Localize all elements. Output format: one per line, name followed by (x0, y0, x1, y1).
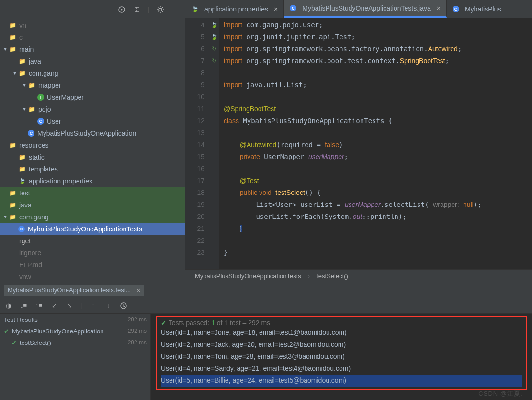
code-editor[interactable]: import com.gang.pojo.User; import org.ju… (219, 18, 532, 269)
tree-item-vnw[interactable]: vnw (0, 271, 185, 283)
run-toolbar: ◑ ↓≡ ↑≡ ⤢ ⤡ | ↑ ↓ (0, 297, 532, 314)
tab-application-properties[interactable]: 🍃application.properties× (185, 0, 284, 18)
gear-icon[interactable] (156, 5, 165, 14)
expand-arrow-icon[interactable]: ▼ (2, 46, 9, 52)
svg-point-2 (159, 8, 162, 11)
tree-item-com-gang[interactable]: ▼📁com.gang (0, 211, 185, 223)
output-line: User(id=4, name=Sandy, age=21, email=tes… (161, 363, 522, 375)
run-tab[interactable]: MybatisPlusStudyOneApplicationTests.test… (4, 285, 144, 296)
tree-label: MybatisPlusStudyOneApplication (37, 129, 136, 137)
main-area: | — 📁vn📁c▼📁main📁java▼📁com.gang▼📁mapperIU… (0, 0, 532, 283)
tab-mybatisplus[interactable]: CMybatisPlus (447, 0, 507, 18)
tree-item-c[interactable]: 📁c (0, 31, 185, 43)
tree-label: mapper (38, 81, 61, 89)
tree-item-usermapper[interactable]: IUserMapper (0, 91, 185, 103)
collapse-all-icon[interactable]: ⤡ (65, 301, 74, 310)
close-icon[interactable]: × (437, 4, 441, 12)
tree-item-itignore[interactable]: itignore (0, 247, 185, 259)
history-icon[interactable]: ◑ (4, 301, 12, 310)
tree-item-static[interactable]: 📁static (0, 151, 185, 163)
tree-item-pojo[interactable]: ▼📁pojo (0, 103, 185, 115)
tree-item-test[interactable]: 📁test (0, 187, 185, 199)
tree-label: UserMapper (47, 93, 84, 101)
tree-label: pojo (38, 105, 51, 113)
tree-item-mybatisplusstudyoneapplication[interactable]: CMybatisPlusStudyOneApplication (0, 127, 185, 139)
run-body: Test Results 292 ms ✓MybatisPlusStudyOne… (0, 314, 532, 400)
next-icon[interactable]: ↓ (104, 301, 113, 310)
check-icon: ✓ (11, 339, 17, 346)
breadcrumb[interactable]: MybatisPlusStudyOneApplicationTests › te… (185, 269, 532, 283)
collapse-icon[interactable] (133, 5, 141, 14)
project-tree[interactable]: 📁vn📁c▼📁main📁java▼📁com.gang▼📁mapperIUserM… (0, 19, 185, 283)
sidebar-toolbar: | — (0, 0, 185, 19)
tree-item-java[interactable]: 📁java (0, 199, 185, 211)
tree-item-vn[interactable]: 📁vn (0, 19, 185, 31)
expand-arrow-icon[interactable]: ▼ (21, 82, 28, 88)
editor-area: 🍃application.properties×CMybatisPlusStud… (185, 0, 532, 283)
expand-icon[interactable]: ⤢ (50, 301, 58, 310)
test-time: 292 ms (128, 316, 147, 323)
target-icon[interactable] (117, 5, 126, 14)
tree-item-rget[interactable]: rget (0, 235, 185, 247)
tree-label: User (47, 117, 61, 125)
tree-label: templates (29, 165, 58, 173)
tab-mybatisplusstudyoneapplicationtests-java[interactable]: CMybatisPlusStudyOneApplicationTests.jav… (284, 0, 447, 18)
tree-label: rget (19, 237, 31, 245)
run-tabs: MybatisPlusStudyOneApplicationTests.test… (0, 283, 532, 297)
close-icon[interactable]: × (274, 5, 278, 13)
tree-item-application-properties[interactable]: 🍃application.properties (0, 175, 185, 187)
minimize-icon[interactable]: — (171, 5, 180, 14)
output-line: User(id=5, name=Billie, age=24, email=te… (161, 375, 522, 387)
tree-label: static (29, 153, 45, 161)
tree-label: resources (19, 141, 48, 149)
console-output[interactable]: ✓ Tests passed: 1 of 1 test – 292 ms Use… (151, 314, 532, 400)
tree-label: com.gang (19, 213, 48, 221)
breadcrumb-class[interactable]: MybatisPlusStudyOneApplicationTests (195, 273, 301, 280)
check-icon: ✓ (161, 319, 167, 327)
sort-down-icon[interactable]: ↓≡ (19, 301, 28, 310)
breadcrumb-method[interactable]: testSelect() (317, 273, 348, 280)
test-time: 292 ms (128, 328, 147, 334)
expand-arrow-icon[interactable]: ▼ (11, 70, 18, 76)
close-icon[interactable]: × (136, 286, 140, 294)
app-root: | — 📁vn📁c▼📁main📁java▼📁com.gang▼📁mapperIU… (0, 0, 532, 400)
output-line: User(id=1, name=Jone, age=18, email=test… (161, 327, 522, 339)
tree-item-java[interactable]: 📁java (0, 55, 185, 67)
chevron-right-icon: › (308, 273, 310, 280)
test-suite-row[interactable]: ✓MybatisPlusStudyOneApplication 292 ms (0, 325, 150, 337)
prev-icon[interactable]: ↑ (89, 301, 97, 310)
test-results-header[interactable]: Test Results 292 ms (0, 314, 150, 325)
tree-item-resources[interactable]: 📁resources (0, 139, 185, 151)
editor-tabs: 🍃application.properties×CMybatisPlusStud… (185, 0, 532, 18)
watermark: CSDN @江夏、 (478, 389, 527, 398)
tab-label: MybatisPlus (465, 5, 501, 13)
tree-label: itignore (19, 249, 41, 257)
test-case-row[interactable]: ✓testSelect() 292 ms (0, 337, 150, 348)
test-time: 292 ms (128, 339, 147, 346)
gutter-icons: 🍃🍃↻↻ (209, 18, 219, 269)
test-tree[interactable]: Test Results 292 ms ✓MybatisPlusStudyOne… (0, 314, 151, 400)
tree-item-user[interactable]: CUser (0, 115, 185, 127)
tree-label: java (19, 201, 32, 209)
tree-item-main[interactable]: ▼📁main (0, 43, 185, 55)
tab-label: application.properties (204, 5, 268, 13)
sort-up-icon[interactable]: ↑≡ (34, 301, 43, 310)
tree-item-mybatisplusstudyoneapplicationtests[interactable]: CMybatisPlusStudyOneApplicationTests (0, 223, 185, 235)
tree-label: application.properties (29, 177, 92, 185)
output-line: User(id=2, name=Jack, age=20, email=test… (161, 339, 522, 351)
tree-item-com-gang[interactable]: ▼📁com.gang (0, 67, 185, 79)
tree-item-templates[interactable]: 📁templates (0, 163, 185, 175)
tree-label: main (19, 46, 34, 53)
test-case-label: testSelect() (20, 339, 51, 346)
test-suite-label: MybatisPlusStudyOneApplication (12, 328, 104, 335)
expand-arrow-icon[interactable]: ▼ (2, 214, 9, 219)
tab-label: MybatisPlusStudyOneApplicationTests.java (302, 4, 430, 12)
check-icon: ✓ (4, 328, 9, 335)
expand-arrow-icon[interactable]: ▼ (21, 106, 28, 112)
tree-item-elp-md[interactable]: ELP.md (0, 259, 185, 271)
line-gutter: 4567891011121314151617181920212223 (185, 18, 209, 269)
export-icon[interactable] (119, 301, 128, 310)
tree-item-mapper[interactable]: ▼📁mapper (0, 79, 185, 91)
tree-label: c (19, 34, 23, 41)
project-sidebar: | — 📁vn📁c▼📁main📁java▼📁com.gang▼📁mapperIU… (0, 0, 185, 283)
